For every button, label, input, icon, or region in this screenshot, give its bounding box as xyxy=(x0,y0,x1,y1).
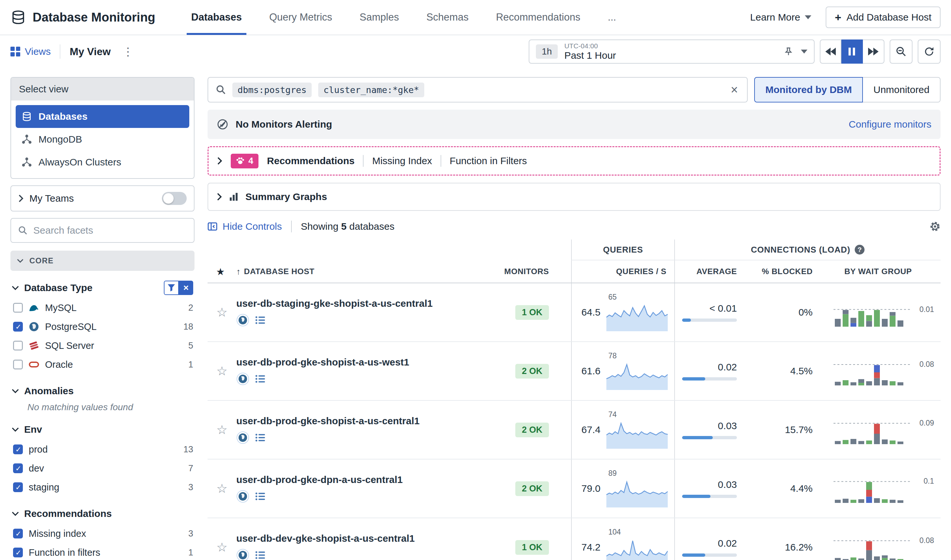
plus-icon: + xyxy=(835,12,841,23)
table-row[interactable]: ☆ user-db-staging-gke-shopist-a-us-centr… xyxy=(208,283,940,342)
checkbox[interactable] xyxy=(13,529,23,538)
database-host-link[interactable]: user-db-prod-gke-dpn-a-us-central1 xyxy=(236,474,403,485)
monitors-column-header[interactable]: MONITORS xyxy=(489,260,571,283)
checkbox[interactable] xyxy=(13,445,23,454)
facet-section-database-type: Database Type × MySQL 2 PostgreSQL 18 xyxy=(11,279,194,374)
wait-group-max-label: 0.01 xyxy=(919,305,934,314)
facet-label: dev xyxy=(29,463,44,474)
facet-item-postgresql[interactable]: PostgreSQL 18 xyxy=(12,317,193,336)
filter-funnel-icon[interactable] xyxy=(164,281,179,295)
tab-schemas[interactable]: Schemas xyxy=(412,0,482,35)
filter-token-dbms[interactable]: dbms:postgres xyxy=(232,83,312,97)
my-teams-toggle[interactable] xyxy=(162,192,187,205)
table-row[interactable]: ☆ user-db-prod-gke-dpn-a-us-central1 2 O… xyxy=(208,460,940,518)
views-link[interactable]: Views xyxy=(11,46,51,57)
checkbox[interactable] xyxy=(13,341,23,351)
table-row[interactable]: ☆ user-db-prod-gke-shopist-a-us-central1… xyxy=(208,401,940,460)
fast-forward-button[interactable] xyxy=(863,40,885,64)
facet-item-sql-server[interactable]: SQL Server 5 xyxy=(12,336,193,355)
divider xyxy=(440,155,441,167)
clear-filter-icon[interactable]: × xyxy=(179,281,193,295)
database-host-column-header[interactable]: ↑DATABASE HOST xyxy=(236,260,489,283)
recommendation-function-in-filters[interactable]: Function in Filters xyxy=(450,155,527,166)
core-section-header[interactable]: CORE xyxy=(11,251,194,271)
chevron-down-icon[interactable] xyxy=(12,388,19,394)
tab-more[interactable]: ... xyxy=(594,0,630,35)
pin-icon[interactable] xyxy=(784,47,793,56)
chevron-down-icon[interactable] xyxy=(801,49,807,54)
chevron-down-icon[interactable] xyxy=(12,511,19,516)
favorites-column-header[interactable]: ★ xyxy=(208,260,236,283)
tab-query-metrics[interactable]: Query Metrics xyxy=(255,0,346,35)
favorite-star-icon[interactable]: ☆ xyxy=(216,540,228,554)
average-load-value: 0.03 xyxy=(718,420,737,431)
checkbox[interactable] xyxy=(13,463,23,473)
wait-group-chart xyxy=(834,356,911,386)
tab-recommendations[interactable]: Recommendations xyxy=(482,0,594,35)
search-facets-input[interactable] xyxy=(33,225,187,236)
clear-search-icon[interactable]: × xyxy=(729,83,739,96)
learn-more-dropdown[interactable]: Learn More xyxy=(750,12,811,23)
sidebar-item-databases[interactable]: Databases xyxy=(16,105,189,128)
facet-item-oracle[interactable]: Oracle 1 xyxy=(12,355,193,374)
database-host-link[interactable]: user-db-dev-gke-shopist-a-us-central1 xyxy=(236,533,415,544)
chevron-down-icon[interactable] xyxy=(12,285,19,291)
average-load-bar xyxy=(682,554,737,557)
zoom-out-button[interactable] xyxy=(889,40,913,64)
rewind-button[interactable] xyxy=(820,40,841,64)
queries-per-second-column-header[interactable]: QUERIES / S xyxy=(571,260,674,283)
sidebar-item-mongodb[interactable]: MongoDB xyxy=(16,128,189,151)
refresh-button[interactable] xyxy=(918,40,940,64)
view-options-kebab-icon[interactable]: ⋮ xyxy=(120,45,136,58)
checkbox[interactable] xyxy=(13,548,23,557)
tab-databases[interactable]: Databases xyxy=(177,0,255,35)
pause-button[interactable] xyxy=(841,40,863,64)
favorite-star-icon[interactable]: ☆ xyxy=(216,305,228,320)
monitor-status-badge: 2 OK xyxy=(516,482,549,496)
facet-item-function-in-filters[interactable]: Function in filters 1 xyxy=(12,543,193,560)
views-grid-icon xyxy=(11,47,20,57)
database-host-link[interactable]: user-db-staging-gke-shopist-a-us-central… xyxy=(236,298,433,309)
checkbox[interactable] xyxy=(13,360,23,369)
table-row[interactable]: ☆ user-db-prod-gke-shopist-a-us-west1 2 … xyxy=(208,342,940,401)
table-settings-gear-icon[interactable] xyxy=(929,221,940,232)
paw-icon xyxy=(236,157,245,165)
facet-item-prod[interactable]: prod 13 xyxy=(12,440,193,459)
database-host-link[interactable]: user-db-prod-gke-shopist-a-us-west1 xyxy=(236,357,409,368)
facet-item-staging[interactable]: staging 3 xyxy=(12,478,193,497)
filter-search-bar[interactable]: dbms:postgres cluster_name:*gke* × xyxy=(208,77,748,103)
chevron-right-icon[interactable] xyxy=(217,193,222,201)
checkbox[interactable] xyxy=(13,482,23,492)
monitored-by-dbm-button[interactable]: Monitored by DBM xyxy=(754,77,863,103)
chevron-right-icon[interactable] xyxy=(217,157,222,165)
recommendation-missing-index[interactable]: Missing Index xyxy=(372,155,432,166)
summary-graphs-bar[interactable]: Summary Graphs xyxy=(208,183,940,211)
recommendations-bar[interactable]: 4 Recommendations Missing Index Function… xyxy=(208,146,940,175)
my-teams-toggle-row[interactable]: My Teams xyxy=(11,185,194,211)
range-shortcut[interactable]: 1h xyxy=(536,45,558,59)
percent-blocked-column-header[interactable]: % BLOCKED xyxy=(746,260,818,283)
unmonitored-button[interactable]: Unmonitored xyxy=(863,77,940,103)
filter-token-cluster-name[interactable]: cluster_name:*gke* xyxy=(318,83,424,97)
checkbox[interactable] xyxy=(13,322,23,332)
sidebar-item-alwayson-clusters[interactable]: AlwaysOn Clusters xyxy=(16,151,189,174)
view-toolbar: Views My View ⋮ 1h UTC-04:00 Past 1 Hour xyxy=(0,35,951,68)
favorite-star-icon[interactable]: ☆ xyxy=(216,482,228,496)
time-range-picker[interactable]: 1h UTC-04:00 Past 1 Hour xyxy=(529,40,815,64)
tab-samples[interactable]: Samples xyxy=(346,0,413,35)
facet-item-dev[interactable]: dev 7 xyxy=(12,459,193,478)
help-icon[interactable]: ? xyxy=(855,245,865,255)
average-column-header[interactable]: AVERAGE xyxy=(674,260,746,283)
favorite-star-icon[interactable]: ☆ xyxy=(216,364,228,378)
by-wait-group-column-header[interactable]: BY WAIT GROUP xyxy=(818,260,940,283)
facet-item-missing-index[interactable]: Missing index 3 xyxy=(12,524,193,543)
database-host-link[interactable]: user-db-prod-gke-shopist-a-us-central1 xyxy=(236,415,420,426)
table-row[interactable]: ☆ user-db-dev-gke-shopist-a-us-central1 … xyxy=(208,518,940,560)
favorite-star-icon[interactable]: ☆ xyxy=(216,423,228,437)
hide-controls-button[interactable]: Hide Controls xyxy=(208,221,282,232)
facet-item-mysql[interactable]: MySQL 2 xyxy=(12,298,193,317)
checkbox[interactable] xyxy=(13,303,23,312)
add-database-host-button[interactable]: + Add Database Host xyxy=(826,6,940,28)
chevron-down-icon[interactable] xyxy=(12,427,19,432)
configure-monitors-link[interactable]: Configure monitors xyxy=(849,119,931,130)
